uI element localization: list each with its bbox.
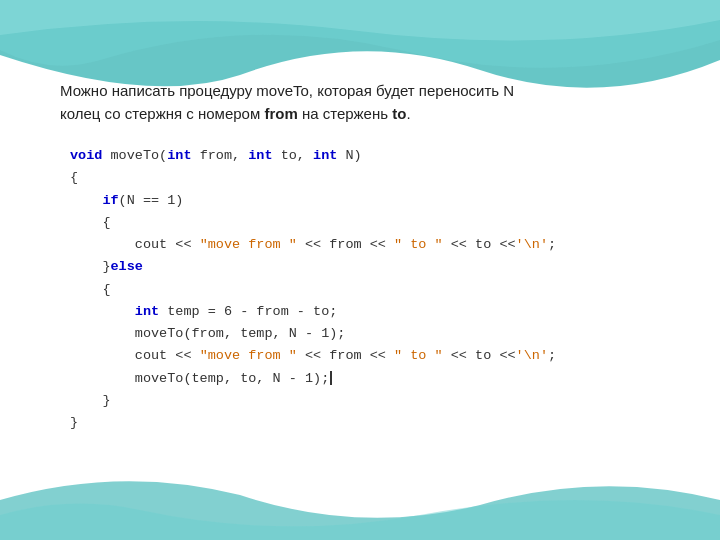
kw-int-3: int [313, 148, 337, 163]
description-from-bold: from [264, 105, 297, 122]
code-block: void moveTo(int from, int to, int N) { i… [60, 145, 680, 434]
code-line-10: cout << "move from " << from << " to " <… [70, 345, 680, 367]
main-content: Можно написать процедуру moveTo, которая… [60, 80, 680, 480]
description-to-bold: to [392, 105, 406, 122]
code-line-11: moveTo(temp, to, N - 1); [70, 368, 680, 390]
description-text: Можно написать процедуру moveTo, которая… [60, 80, 680, 125]
code-line-5: cout << "move from " << from << " to " <… [70, 234, 680, 256]
kw-if: if [102, 193, 118, 208]
kw-int-4: int [135, 304, 159, 319]
code-line-6: }else [70, 256, 680, 278]
code-line-13: } [70, 412, 680, 434]
kw-else: else [111, 259, 143, 274]
text-cursor [330, 371, 332, 385]
kw-int-2: int [248, 148, 272, 163]
code-line-9: moveTo(from, temp, N - 1); [70, 323, 680, 345]
code-line-4: { [70, 212, 680, 234]
kw-void: void [70, 148, 102, 163]
code-line-2: { [70, 167, 680, 189]
description-line2-prefix: колец со стержня с номером [60, 105, 264, 122]
code-line-7: { [70, 279, 680, 301]
code-line-12: } [70, 390, 680, 412]
description-line1: Можно написать процедуру moveTo, которая… [60, 82, 514, 99]
description-line2-middle: на стержень [298, 105, 393, 122]
description-line2-end: . [406, 105, 410, 122]
code-line-3: if(N == 1) [70, 190, 680, 212]
code-line-8: int temp = 6 - from - to; [70, 301, 680, 323]
code-line-1: void moveTo(int from, int to, int N) [70, 145, 680, 167]
kw-int-1: int [167, 148, 191, 163]
